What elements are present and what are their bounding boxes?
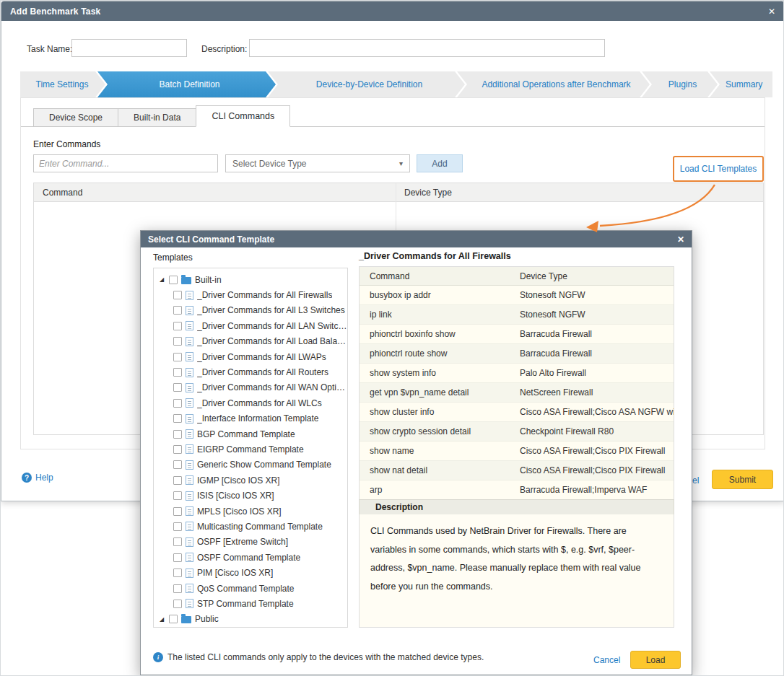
sub-tab[interactable]: CLI Commands [196,105,290,127]
modal-note-text: The listed CLI commands only apply to th… [167,652,484,662]
template-device-type-cell: Cisco ASA Firewall;Cisco PIX Firewall [520,465,674,475]
tree-item-checkbox[interactable] [173,553,182,562]
sub-tab[interactable]: Built-in Data [118,108,196,127]
tree-item-row[interactable]: _Driver Commands for All L3 Switches [158,303,347,318]
template-command-row[interactable]: show crypto session detail Checkpoint Fi… [360,422,674,442]
description-text: CLI Commands used by NetBrain Driver for… [359,514,674,628]
template-command-row[interactable]: show cluster info Cisco ASA Firewall;Cis… [360,403,674,422]
tree-group-row[interactable]: ◢ Built-in [158,272,347,287]
sub-tab[interactable]: Device Scope [33,108,118,127]
tree-item-checkbox[interactable] [173,322,182,330]
modal-load-button[interactable]: Load [630,651,681,669]
task-name-input[interactable] [71,39,187,57]
template-command-row[interactable]: show nat detail Cisco ASA Firewall;Cisco… [360,461,674,480]
modal-titlebar[interactable]: Select CLI Command Template ✕ [141,231,692,247]
command-input[interactable] [33,154,218,172]
template-command-row[interactable]: busybox ip addr Stonesoft NGFW [360,286,674,305]
tree-item-row[interactable]: OSPF [Extreme Switch] [158,535,347,550]
tree-item-checkbox[interactable] [173,476,182,485]
tree-item-row[interactable]: BGP Command Template [158,426,347,442]
tree-item-checkbox[interactable] [173,414,182,423]
device-type-select[interactable]: Select Device Type ▾ [225,154,410,172]
tree-item-label: _Driver Commands for All LAN Switches [197,321,347,331]
tree-item-row[interactable]: _Driver Commands for All Load Balanc... [158,334,347,349]
wizard-tab-label: Summary [726,79,762,89]
wizard-tab[interactable]: Plugins [642,71,718,97]
tree-item-checkbox[interactable] [173,491,182,500]
tree-group-checkbox[interactable] [169,615,178,623]
tree-item-row[interactable]: _Driver Commands for All Routers [158,364,347,379]
tree-expander-icon[interactable]: ◢ [158,616,165,623]
load-cli-templates-button[interactable]: Load CLI Templates [673,156,764,182]
tree-item-row[interactable]: IGMP [Cisco IOS XR] [158,473,347,488]
tree-item-checkbox[interactable] [173,569,182,577]
tree-item-checkbox[interactable] [173,383,182,392]
add-button[interactable]: Add [417,154,463,172]
tree-item-checkbox[interactable] [173,337,182,346]
tree-group-row[interactable]: ◢ Public [158,612,347,627]
close-icon[interactable]: ✕ [768,7,775,16]
template-command-cell: show cluster info [360,407,520,417]
template-command-row[interactable]: ip link Stonesoft NGFW [360,305,674,325]
sub-tab-label: Device Scope [49,113,103,123]
wizard-tab[interactable]: Additional Operations after Benchmark [457,71,650,97]
wizard-tab[interactable]: Time Settings [20,71,105,97]
wizard-tab[interactable]: Device-by-Device Definition [268,71,465,97]
wizard-tab[interactable]: Summary [710,71,772,97]
template-command-row[interactable]: phionctrl boxinfo show Barracuda Firewal… [360,325,674,344]
templates-label: Templates [153,253,193,263]
wizard-tab-label: Additional Operations after Benchmark [482,79,630,89]
template-command-cell: show nat detail [360,465,520,475]
tree-item-checkbox[interactable] [173,460,182,469]
tree-group-checkbox[interactable] [169,276,178,284]
tree-item-row[interactable]: EIGRP Command Template [158,442,347,457]
tree-item-row[interactable]: QoS Command Template [158,581,347,596]
template-command-row[interactable]: arp Barracuda Firewall;Imperva WAF [360,480,674,500]
modal-cancel-link[interactable]: Cancel [593,655,620,665]
tree-item-row[interactable]: _Driver Commands for All LWAPs [158,349,347,364]
tree-item-checkbox[interactable] [173,399,182,408]
document-icon [186,368,193,377]
tree-item-checkbox[interactable] [173,306,182,315]
help-link[interactable]: ? Help [22,473,53,483]
tree-item-checkbox[interactable] [173,353,182,361]
document-icon [186,537,193,547]
tree-item-row[interactable]: MPLS [Cisco IOS XR] [158,504,347,519]
tree-item-row[interactable]: STP Command Template [158,596,347,611]
tree-item-row[interactable]: OSPF Command Template [158,550,347,565]
modal-close-icon[interactable]: ✕ [677,235,684,244]
tree-item-row[interactable]: PIM [Cisco IOS XR] [158,565,347,580]
tree-item-checkbox[interactable] [173,368,182,377]
tree-item-row[interactable]: _Driver Commands for All WAN Optimi... [158,380,347,395]
tree-item-checkbox[interactable] [173,522,182,531]
template-command-row[interactable]: get vpn $vpn_name detail NetScreen Firew… [360,383,674,403]
dialog-titlebar[interactable]: Add Benchmark Task ✕ [1,1,784,21]
template-command-row[interactable]: phionctrl route show Barracuda Firewall [360,344,674,364]
chevron-down-icon: ▾ [399,159,403,167]
template-device-type-cell: NetScreen Firewall [520,387,674,398]
tree-item-row[interactable]: _Driver Commands for All LAN Switches [158,318,347,333]
template-device-type-cell: Barracuda Firewall [520,329,674,339]
tree-item-checkbox[interactable] [173,430,182,439]
tree-expander-icon[interactable]: ◢ [158,276,165,283]
tree-item-row[interactable]: Multicasting Command Template [158,519,347,534]
tree-item-checkbox[interactable] [173,584,182,593]
wizard-tab-label: Time Settings [36,79,89,89]
description-input[interactable] [249,39,605,57]
wizard-tab[interactable]: Batch Definition [97,71,276,97]
sub-tab-label: Built-in Data [134,113,180,123]
tree-item-checkbox[interactable] [173,291,182,299]
document-icon [186,444,193,454]
tree-item-row[interactable]: _Driver Commands for All WLCs [158,395,347,411]
template-command-row[interactable]: show system info Palo Alto Firewall [360,364,674,383]
tree-item-checkbox[interactable] [173,537,182,546]
template-command-row[interactable]: show name Cisco ASA Firewall;Cisco PIX F… [360,442,674,461]
tree-item-row[interactable]: ISIS [Cisco IOS XR] [158,488,347,503]
tree-item-row[interactable]: Generic Show Command Template [158,457,347,473]
tree-item-checkbox[interactable] [173,507,182,516]
tree-item-checkbox[interactable] [173,600,182,608]
submit-button[interactable]: Submit [712,470,773,489]
tree-item-row[interactable]: _Interface Information Template [158,411,347,426]
tree-item-row[interactable]: _Driver Commands for All Firewalls [158,287,347,302]
tree-item-checkbox[interactable] [173,445,182,454]
